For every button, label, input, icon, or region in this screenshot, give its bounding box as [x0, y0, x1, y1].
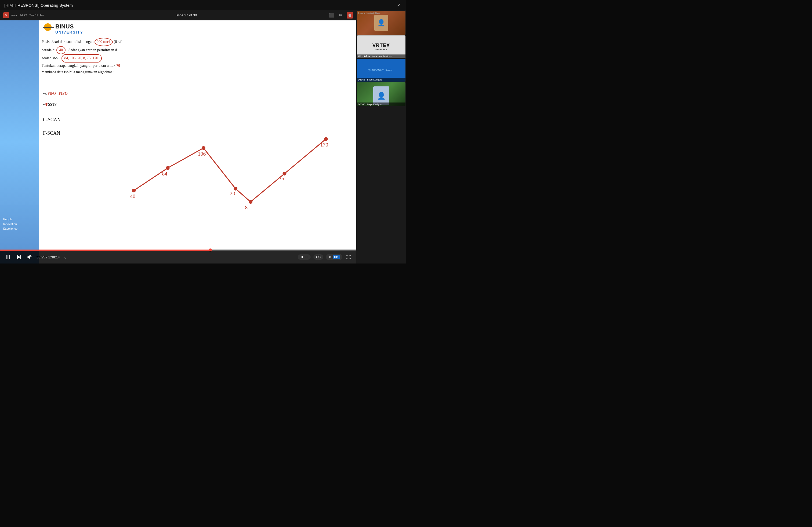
- svg-point-5: [282, 172, 286, 176]
- record-icon[interactable]: ⏺: [347, 12, 353, 18]
- gear-icon: ⚙: [329, 255, 332, 259]
- graph-svg: 40 84 106 20 8 75 170: [89, 90, 352, 261]
- screen-share-icon[interactable]: ⬛: [329, 12, 335, 18]
- time-display: 55:25 / 1:38:14: [37, 255, 60, 259]
- slide-line5: membaca data tsb bila menggunakan algori…: [42, 69, 354, 76]
- svg-marker-16: [17, 255, 20, 259]
- pencil-icon[interactable]: ✏: [337, 12, 344, 18]
- svg-text:20: 20: [230, 191, 235, 196]
- fifo-label: vx FIFO FIFO: [43, 91, 68, 96]
- chevron-down-icon[interactable]: ⌄: [63, 254, 67, 260]
- svg-point-6: [324, 137, 328, 141]
- svg-text:170: 170: [320, 142, 329, 148]
- fscan-label: F-SCAN: [43, 131, 60, 136]
- svg-text:75: 75: [279, 176, 284, 181]
- cscan-label: C-SCAN: [43, 117, 61, 123]
- hd-badge: HD: [333, 255, 340, 259]
- video-controls: 55:25 / 1:38:14 ⌄ ⏸⏸ CC ⚙ HD: [0, 251, 356, 264]
- blue-sidebar-decoration: People Innovation Excellence: [0, 20, 39, 264]
- slide-top-right: ⬛ ✏ ⏺: [329, 12, 353, 18]
- fullscreen-icon: [346, 254, 351, 260]
- svg-point-3: [234, 187, 237, 191]
- sstp-label: v✱SSTP: [43, 102, 57, 107]
- participant-tile-4: 👤 D3366 · Bayu Karigoro: [357, 82, 405, 106]
- slide-counter: Slide 27 of 39: [176, 13, 197, 17]
- participant-label-3: D3366 · Bayu Karigoro: [357, 78, 405, 81]
- binus-logo: BINUS UNIVERSITY: [43, 23, 83, 34]
- share-button[interactable]: ↗: [396, 2, 402, 8]
- svg-rect-14: [6, 255, 7, 259]
- slide-top-bar: ✕ ••• 14.22 Tue 17 Jan Slide 27 of 39 ⬛ …: [0, 10, 356, 20]
- fullscreen-button[interactable]: [345, 254, 352, 260]
- volume-button[interactable]: [26, 253, 33, 261]
- slide-top-left: ✕ ••• 14.22 Tue 17 Jan: [3, 12, 44, 18]
- volume-icon: [27, 254, 32, 260]
- svg-rect-17: [20, 255, 21, 259]
- skip-next-icon: [16, 254, 21, 260]
- page-title: [HIMTI RESPONSI] Operating System: [4, 3, 73, 7]
- participant-label-1: Dokum · Norbert Oliver: [357, 11, 405, 15]
- pause-icon: [5, 254, 11, 260]
- slide-line3: adalah sbb : 84, 106, 20, 8, 75, 170.: [42, 54, 354, 62]
- ctrl-right: ⏸⏸ CC ⚙ HD: [298, 254, 352, 260]
- slide-container: ✕ ••• 14.22 Tue 17 Jan Slide 27 of 39 ⬛ …: [0, 10, 356, 264]
- svg-point-1: [166, 166, 170, 170]
- participant-label-4: D3366 · Bayu Karigoro: [357, 103, 405, 106]
- svg-text:84: 84: [162, 171, 168, 177]
- graph-area: 40 84 106 20 8 75 170: [89, 90, 352, 261]
- binus-university: UNIVERSITY: [55, 30, 83, 34]
- participant-tile-2: VRTEX ●●●●●●●● MC · Adriel Jonathan Sant…: [357, 35, 405, 58]
- svg-point-2: [202, 146, 205, 150]
- play-pause-pill[interactable]: ⏸⏸: [298, 254, 311, 260]
- slide-content: People Innovation Excellence BINUS UNIVE…: [0, 20, 356, 264]
- sidebar-text: People Innovation Excellence: [3, 217, 17, 231]
- dots: •••: [11, 13, 17, 18]
- svg-text:40: 40: [130, 193, 135, 199]
- svg-text:106: 106: [198, 151, 206, 157]
- participant-label-2: MC · Adriel Jonathan Santoso: [357, 55, 405, 58]
- svg-marker-18: [28, 255, 30, 259]
- participant-tile-3: 2440005201 Fren... D3366 · Bayu Karigoro: [357, 59, 405, 81]
- pause-button[interactable]: [4, 253, 12, 261]
- cc-button[interactable]: CC: [313, 254, 323, 260]
- next-button[interactable]: [15, 253, 23, 261]
- svg-rect-15: [9, 255, 10, 259]
- slide-line2: berada di 40 . Sedangkan antrian permint…: [42, 46, 354, 55]
- time-date: 14.22 Tue 17 Jan: [19, 14, 44, 17]
- binus-name: BINUS: [55, 23, 83, 30]
- svg-text:8: 8: [245, 205, 248, 210]
- close-button[interactable]: ✕: [3, 12, 9, 18]
- slide-line4: Tentukan berapa langkah yang di-perlukan…: [42, 62, 354, 69]
- svg-point-0: [132, 189, 135, 192]
- svg-point-4: [249, 200, 252, 204]
- slide-line1: Posisi head dari suatu disk dengan 200 t…: [42, 38, 354, 46]
- player-wrapper: ✕ ••• 14.22 Tue 17 Jan Slide 27 of 39 ⬛ …: [0, 10, 406, 264]
- settings-quality[interactable]: ⚙ HD: [326, 254, 342, 260]
- participant-tile-1: 👤 Dokum · Norbert Oliver: [357, 11, 405, 35]
- right-panel: 👤 Dokum · Norbert Oliver VRTEX ●●●●●●●● …: [356, 10, 406, 264]
- top-bar: [HIMTI RESPONSI] Operating System ↗: [0, 0, 406, 10]
